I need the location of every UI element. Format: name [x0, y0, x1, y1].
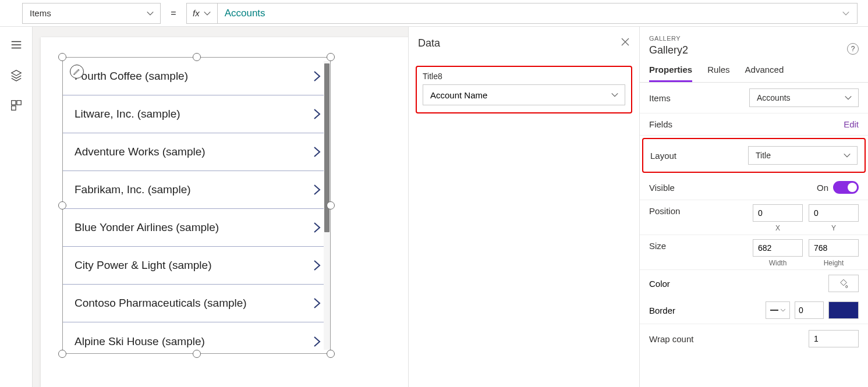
left-rail [0, 27, 33, 387]
resize-handle[interactable] [58, 201, 66, 210]
properties-panel: GALLERY Gallery2 ? Properties Rules Adva… [639, 27, 868, 387]
chevron-right-icon [313, 183, 322, 197]
chevron-right-icon [313, 221, 322, 235]
edit-fields-link[interactable]: Edit [844, 119, 859, 129]
property-selector[interactable]: Items [22, 3, 161, 24]
data-panel-title: Data [418, 37, 440, 49]
tabs: Properties Rules Advanced [640, 60, 868, 83]
tab-rules[interactable]: Rules [707, 65, 729, 82]
layers-icon [10, 69, 23, 81]
chevron-right-icon [313, 107, 322, 121]
wrap-count-row: Wrap count [640, 324, 868, 353]
insert-button[interactable] [10, 99, 23, 114]
fill-icon [838, 278, 849, 289]
chevron-right-icon [313, 335, 322, 349]
items-property-row: Items Accounts [640, 83, 868, 113]
chevron-right-icon [313, 296, 322, 310]
layout-property-highlight: Layout Title [642, 138, 866, 173]
close-button[interactable] [621, 37, 630, 49]
border-property-row: Border [640, 297, 868, 324]
svg-rect-0 [11, 101, 15, 105]
wrap-count-input[interactable] [809, 330, 859, 347]
resize-handle[interactable] [327, 53, 335, 61]
gallery-item[interactable]: Fabrikam, Inc. (sample) [63, 171, 330, 209]
gallery-item[interactable]: Adventure Works (sample) [63, 133, 330, 171]
hamburger-icon [10, 38, 23, 51]
border-style-select[interactable] [766, 301, 790, 319]
chevron-down-icon [780, 306, 786, 314]
tab-advanced[interactable]: Advanced [745, 65, 784, 82]
resize-handle[interactable] [327, 350, 335, 358]
edit-gallery-button[interactable] [70, 65, 84, 79]
items-select[interactable]: Accounts [749, 88, 859, 107]
gallery-item[interactable]: Blue Yonder Airlines (sample) [63, 209, 330, 247]
tab-properties[interactable]: Properties [649, 65, 692, 82]
layout-select[interactable]: Title [748, 146, 858, 165]
help-button[interactable]: ? [847, 43, 859, 55]
chevron-down-icon [844, 94, 852, 102]
formula-bar: Items = fx Accounts [0, 0, 868, 27]
border-color-button[interactable] [828, 301, 859, 319]
chevron-down-icon [843, 151, 851, 159]
close-icon [621, 37, 630, 47]
chevron-down-icon [842, 9, 850, 17]
fx-button[interactable]: fx [186, 3, 217, 24]
height-input[interactable] [809, 239, 859, 257]
gallery-item[interactable]: Litware, Inc. (sample) [63, 95, 330, 133]
gallery-item[interactable]: Contoso Pharmaceuticals (sample) [63, 285, 330, 322]
hamburger-menu-button[interactable] [10, 38, 23, 54]
data-panel: Data Title8 Account Name [408, 27, 639, 387]
resize-handle[interactable] [58, 350, 66, 358]
border-width-input[interactable] [795, 301, 824, 319]
resize-handle[interactable] [193, 53, 201, 61]
position-x-input[interactable] [753, 204, 803, 222]
resize-handle[interactable] [327, 201, 335, 210]
chevron-down-icon [203, 9, 211, 17]
formula-input[interactable]: Accounts [217, 3, 858, 24]
field-label: Title8 [423, 72, 625, 81]
control-type-label: GALLERY [649, 35, 859, 42]
tree-view-button[interactable] [10, 69, 23, 84]
canvas-area[interactable]: Fourth Coffee (sample) Litware, Inc. (sa… [33, 27, 639, 387]
resize-handle[interactable] [58, 53, 66, 61]
chevron-down-icon [146, 9, 154, 17]
position-property-row: Position X Y [640, 200, 868, 235]
fill-color-button[interactable] [828, 275, 859, 292]
visible-toggle[interactable] [833, 181, 859, 194]
title-field-select[interactable]: Account Name [423, 84, 625, 105]
svg-rect-2 [11, 106, 15, 110]
resize-handle[interactable] [193, 350, 201, 358]
formula-value: Accounts [225, 8, 265, 19]
property-selector-label: Items [30, 8, 51, 18]
chevron-right-icon [313, 258, 322, 272]
chevron-right-icon [313, 145, 322, 159]
control-name: Gallery2 [649, 44, 859, 56]
position-y-input[interactable] [809, 204, 859, 222]
gallery-list: Fourth Coffee (sample) Litware, Inc. (sa… [62, 57, 331, 354]
gallery-item[interactable]: City Power & Light (sample) [63, 247, 330, 285]
chevron-right-icon [313, 69, 322, 83]
equals-sign: = [161, 8, 186, 19]
pencil-icon [73, 68, 81, 76]
fields-property-row: Fields Edit [640, 113, 868, 136]
width-input[interactable] [753, 239, 803, 257]
visible-property-row: Visible On [640, 175, 868, 200]
svg-rect-1 [16, 101, 20, 105]
color-property-row: Color [640, 270, 868, 297]
gallery-item[interactable]: Fourth Coffee (sample) [63, 58, 330, 95]
gallery-control[interactable]: Fourth Coffee (sample) Litware, Inc. (sa… [59, 54, 334, 357]
components-icon [10, 99, 23, 112]
size-property-row: Size Width Height [640, 235, 868, 270]
title-field-highlight: Title8 Account Name [416, 66, 632, 113]
chevron-down-icon [611, 91, 619, 99]
